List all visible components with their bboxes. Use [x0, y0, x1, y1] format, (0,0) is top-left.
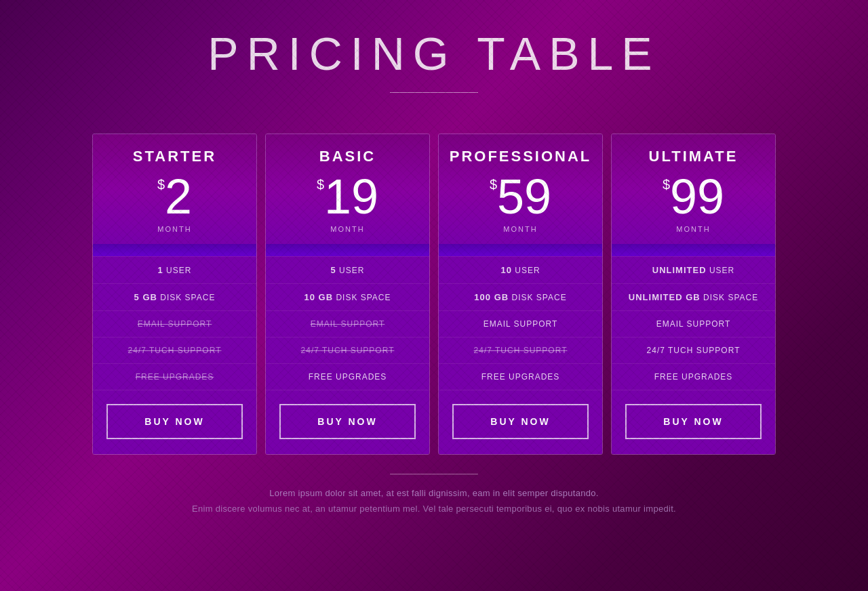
- plan-header-bottom-basic: [266, 244, 429, 256]
- plan-header-bottom-professional: [439, 244, 602, 256]
- plan-currency-professional: $: [490, 178, 497, 191]
- footer-section: Lorem ipsum dolor sit amet, at est falli…: [0, 474, 868, 514]
- feature-bold-professional-0: 10: [500, 265, 511, 275]
- footer-text1: Lorem ipsum dolor sit amet, at est falli…: [0, 488, 868, 498]
- plan-currency-starter: $: [157, 178, 165, 191]
- feature-row-starter-3: 24/7 TUCH SUPPORT: [93, 337, 256, 363]
- feature-row-starter-2: EMAIL SUPPORT: [93, 310, 256, 337]
- feature-row-ultimate-1: UNLIMITED GB DISK SPACE: [612, 283, 775, 310]
- feature-row-professional-4: FREE UPGRADES: [439, 363, 602, 390]
- feature-row-starter-0: 1 USER: [93, 256, 256, 283]
- footer-divider: [390, 474, 478, 474]
- plan-card-professional: PROFESSIONAL$59MONTH10 USER100 GB DISK S…: [438, 134, 603, 455]
- plan-price-wrap-professional: $59: [446, 172, 595, 221]
- plan-name-ultimate: ULTIMATE: [618, 148, 768, 165]
- feature-row-professional-0: 10 USER: [439, 256, 602, 283]
- plans-container: STARTER$2MONTH1 USER5 GB DISK SPACEEMAIL…: [0, 134, 868, 455]
- feature-bold-professional-1: 100 GB: [474, 292, 509, 302]
- feature-bold-basic-0: 5: [331, 265, 336, 275]
- plan-name-starter: STARTER: [100, 148, 250, 165]
- page-header: PRICING TABLE: [0, 0, 868, 127]
- feature-row-ultimate-3: 24/7 TUCH SUPPORT: [612, 337, 775, 363]
- feature-row-basic-1: 10 GB DISK SPACE: [266, 283, 429, 310]
- feature-row-basic-0: 5 USER: [266, 256, 429, 283]
- plan-features-ultimate: UNLIMITED USERUNLIMITED GB DISK SPACEEMA…: [612, 256, 775, 390]
- buy-button-basic[interactable]: BUY NOW: [279, 404, 416, 439]
- plan-price-wrap-ultimate: $99: [618, 172, 768, 221]
- plan-card-ultimate: ULTIMATE$99MONTHUNLIMITED USERUNLIMITED …: [611, 134, 776, 455]
- buy-button-ultimate[interactable]: BUY NOW: [625, 404, 762, 439]
- plan-card-basic: BASIC$19MONTH5 USER10 GB DISK SPACEEMAIL…: [265, 134, 430, 455]
- plan-name-professional: PROFESSIONAL: [446, 148, 595, 165]
- feature-row-professional-1: 100 GB DISK SPACE: [439, 283, 602, 310]
- footer-text2: Enim discere volumus nec at, an utamur p…: [0, 504, 868, 514]
- plan-price-ultimate: 99: [670, 172, 724, 221]
- feature-row-basic-4: FREE UPGRADES: [266, 363, 429, 390]
- plan-features-basic: 5 USER10 GB DISK SPACEEMAIL SUPPORT24/7 …: [266, 256, 429, 390]
- header-divider: [390, 92, 478, 93]
- plan-period-starter: MONTH: [100, 225, 250, 233]
- plan-period-basic: MONTH: [273, 225, 422, 233]
- plan-period-ultimate: MONTH: [618, 225, 768, 233]
- feature-bold-starter-1: 5 GB: [134, 292, 157, 302]
- buy-button-starter[interactable]: BUY NOW: [106, 404, 243, 439]
- feature-row-ultimate-2: EMAIL SUPPORT: [612, 310, 775, 337]
- buy-button-professional[interactable]: BUY NOW: [452, 404, 589, 439]
- feature-row-basic-3: 24/7 TUCH SUPPORT: [266, 337, 429, 363]
- feature-row-professional-3: 24/7 TUCH SUPPORT: [439, 337, 602, 363]
- plan-period-professional: MONTH: [446, 225, 595, 233]
- feature-bold-ultimate-0: UNLIMITED: [652, 265, 707, 275]
- plan-header-ultimate: ULTIMATE$99MONTH: [612, 134, 775, 244]
- plan-currency-basic: $: [317, 178, 324, 191]
- plan-footer-professional: BUY NOW: [439, 390, 602, 454]
- plan-header-bottom-ultimate: [612, 244, 775, 256]
- plan-card-starter: STARTER$2MONTH1 USER5 GB DISK SPACEEMAIL…: [92, 134, 257, 455]
- feature-bold-basic-1: 10 GB: [304, 292, 333, 302]
- plan-features-starter: 1 USER5 GB DISK SPACEEMAIL SUPPORT24/7 T…: [93, 256, 256, 390]
- page-title: PRICING TABLE: [0, 27, 868, 80]
- feature-bold-starter-0: 1: [158, 265, 163, 275]
- feature-row-starter-4: FREE UPGRADES: [93, 363, 256, 390]
- feature-row-starter-1: 5 GB DISK SPACE: [93, 283, 256, 310]
- feature-row-basic-2: EMAIL SUPPORT: [266, 310, 429, 337]
- plan-price-professional: 59: [497, 172, 551, 221]
- plan-price-wrap-starter: $2: [100, 172, 250, 221]
- plan-price-starter: 2: [165, 172, 192, 221]
- plan-name-basic: BASIC: [273, 148, 422, 165]
- plan-header-starter: STARTER$2MONTH: [93, 134, 256, 244]
- plan-currency-ultimate: $: [663, 178, 670, 191]
- plan-header-basic: BASIC$19MONTH: [266, 134, 429, 244]
- plan-price-basic: 19: [324, 172, 378, 221]
- plan-footer-ultimate: BUY NOW: [612, 390, 775, 454]
- plan-footer-starter: BUY NOW: [93, 390, 256, 454]
- plan-header-professional: PROFESSIONAL$59MONTH: [439, 134, 602, 244]
- feature-row-professional-2: EMAIL SUPPORT: [439, 310, 602, 337]
- feature-row-ultimate-0: UNLIMITED USER: [612, 256, 775, 283]
- plan-features-professional: 10 USER100 GB DISK SPACEEMAIL SUPPORT24/…: [439, 256, 602, 390]
- feature-bold-ultimate-1: UNLIMITED GB: [629, 292, 701, 302]
- feature-row-ultimate-4: FREE UPGRADES: [612, 363, 775, 390]
- plan-footer-basic: BUY NOW: [266, 390, 429, 454]
- plan-price-wrap-basic: $19: [273, 172, 422, 221]
- plan-header-bottom-starter: [93, 244, 256, 256]
